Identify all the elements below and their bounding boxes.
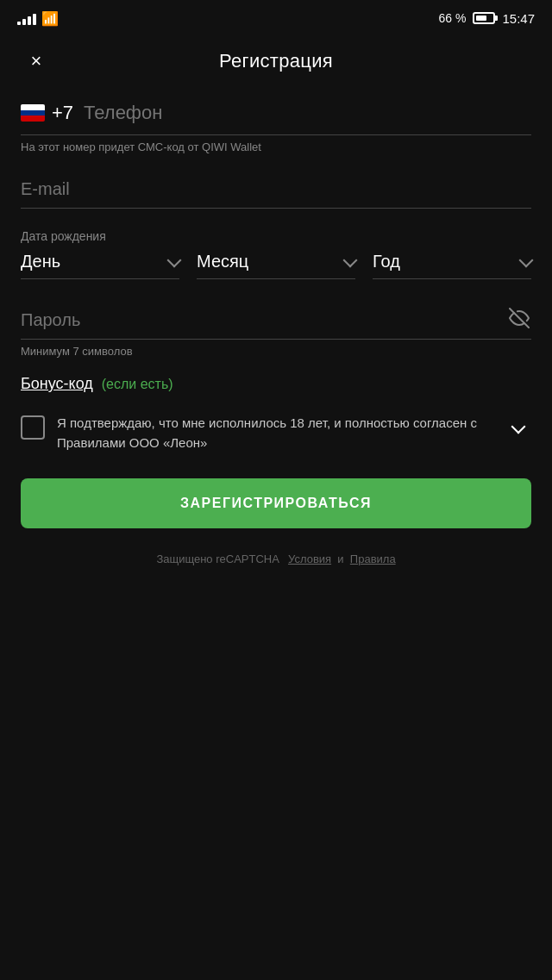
footer-conjunction: и: [337, 552, 343, 565]
email-field-group: [21, 174, 531, 209]
battery-percent: 66 %: [439, 11, 467, 25]
phone-hint: На этот номер придет СМС-код от QIWI Wal…: [21, 140, 531, 153]
chevron-down-icon: [519, 253, 534, 267]
country-selector[interactable]: +7: [21, 102, 73, 124]
close-button[interactable]: ×: [21, 46, 52, 77]
register-button[interactable]: ЗАРЕГИСТРИРОВАТЬСЯ: [21, 478, 531, 528]
chevron-down-icon: [343, 253, 358, 267]
country-code: +7: [52, 102, 73, 124]
year-selector[interactable]: Год: [373, 252, 531, 279]
password-row: [21, 305, 531, 340]
day-label: День: [21, 252, 60, 272]
phone-field-group: +7 На этот номер придет СМС-код от QIWI …: [21, 102, 531, 153]
signal-icon: [17, 11, 36, 25]
status-bar: 📶 66 % 15:47: [0, 0, 552, 34]
month-selector[interactable]: Месяц: [197, 252, 355, 279]
footer: Защищено reCAPTCHA Условия и Правила: [21, 552, 531, 583]
bonus-row: Бонус-код (если есть): [21, 375, 531, 393]
year-label: Год: [373, 252, 400, 272]
email-input[interactable]: [21, 174, 531, 209]
dob-section: Дата рождения День Месяц Год: [21, 229, 531, 279]
country-flag: [21, 104, 45, 122]
status-left: 📶: [17, 10, 59, 27]
dob-row: День Месяц Год: [21, 252, 531, 279]
agreement-checkbox[interactable]: [21, 415, 45, 440]
password-section: Минимум 7 символов: [21, 305, 531, 358]
clock: 15:47: [502, 11, 535, 26]
dob-label: Дата рождения: [21, 229, 531, 243]
page-header: × Регистрация: [0, 34, 552, 93]
bonus-optional-text: (если есть): [102, 377, 173, 392]
wifi-icon: 📶: [41, 10, 59, 27]
day-selector[interactable]: День: [21, 252, 179, 279]
chevron-down-icon: [167, 253, 182, 267]
password-input[interactable]: [21, 305, 507, 330]
page-title: Регистрация: [219, 50, 333, 72]
phone-row: +7: [21, 102, 531, 135]
month-label: Месяц: [197, 252, 248, 272]
agreement-row: Я подтверждаю, что мне исполнилось 18 ле…: [21, 414, 531, 453]
agreement-text: Я подтверждаю, что мне исполнилось 18 ле…: [57, 414, 493, 453]
registration-form: +7 На этот номер придет СМС-код от QIWI …: [0, 93, 552, 603]
expand-agreement-button[interactable]: [505, 415, 531, 441]
terms-link[interactable]: Условия: [288, 552, 331, 565]
privacy-link[interactable]: Правила: [350, 552, 396, 565]
phone-input[interactable]: [84, 102, 531, 124]
footer-prefix: Защищено reCAPTCHA: [156, 552, 279, 565]
password-hint: Минимум 7 символов: [21, 345, 531, 358]
status-right: 66 % 15:47: [439, 11, 535, 26]
chevron-down-icon: [511, 420, 526, 434]
battery-icon: [473, 12, 495, 24]
toggle-password-icon[interactable]: [507, 306, 531, 330]
bonus-code-link[interactable]: Бонус-код: [21, 375, 93, 393]
